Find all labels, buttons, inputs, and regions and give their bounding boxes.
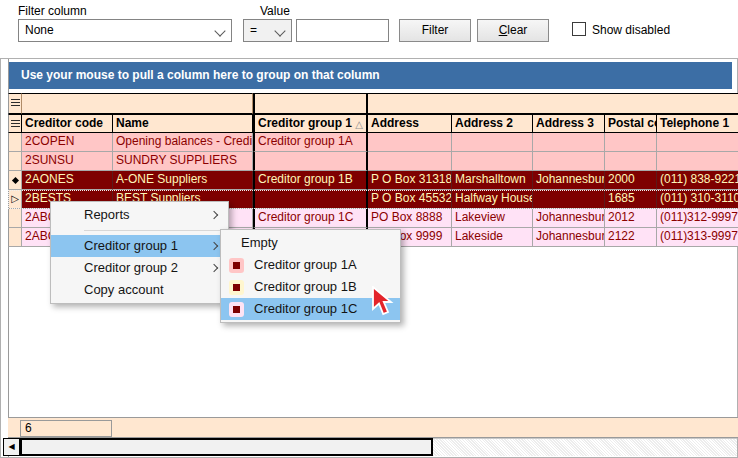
column-header[interactable]: Address 3 — [533, 114, 605, 133]
current-row-icon: ▷ — [11, 193, 19, 204]
show-disabled-label: Show disabled — [592, 23, 670, 37]
table-row[interactable]: 2SUNSUSUNDRY SUPPLIERS — [8, 152, 738, 171]
row-indicator-cell — [8, 133, 22, 152]
filter-button[interactable]: Filter — [399, 19, 471, 42]
value-input[interactable] — [296, 19, 389, 42]
table-cell: Halfway House — [452, 190, 533, 209]
table-cell — [368, 133, 452, 152]
table-cell: A-ONE Suppliers — [113, 171, 253, 190]
table-cell: (011) 310-3110 — [657, 190, 738, 209]
table-cell: P O Box 45532 — [368, 190, 452, 209]
submenu-arrow-icon — [210, 211, 218, 219]
submenu-item[interactable]: Creditor group 1A — [221, 254, 400, 276]
table-row[interactable]: 2AONESA-ONE SuppliersCreditor group 1BP … — [8, 171, 738, 190]
table-cell: Lakeside — [452, 228, 533, 247]
context-menu: ReportsCreditor group 1Creditor group 2C… — [50, 201, 229, 304]
creditor-group-icon — [229, 302, 244, 317]
table-cell: 1685 — [605, 190, 657, 209]
table-cell: Creditor group 1B — [253, 171, 368, 190]
scrollbar-track[interactable] — [433, 438, 737, 456]
filter-column-label: Filter column — [18, 4, 87, 18]
row-indicator-cell — [8, 209, 22, 228]
clear-button[interactable]: Clear — [477, 19, 549, 42]
operator-dropdown[interactable]: = — [243, 19, 292, 42]
column-header[interactable]: Creditor group 1△ — [253, 114, 368, 133]
scrollbar-thumb[interactable] — [20, 438, 433, 456]
table-cell: SUNDRY SUPPLIERS — [113, 152, 253, 171]
column-header[interactable]: Telephone 1 — [657, 114, 738, 133]
table-cell: PO Box 8888 — [368, 209, 452, 228]
table-cell: (011) 838-9221 — [657, 171, 738, 190]
column-header[interactable]: Address — [368, 114, 452, 133]
column-header[interactable]: Creditor code — [22, 114, 113, 133]
grid-corner-cell[interactable] — [8, 93, 22, 114]
table-cell: 2SUNSU — [22, 152, 113, 171]
row-indicator-cell: ▷ — [8, 190, 22, 209]
column-header[interactable]: Address 2 — [452, 114, 533, 133]
table-cell: Johannesburg — [533, 171, 605, 190]
table-cell: (011)312-9997 — [657, 209, 738, 228]
record-count: 6 — [20, 420, 112, 437]
table-cell: 2AONES — [22, 171, 113, 190]
table-cell: 2000 — [605, 171, 657, 190]
row-indicator-cell — [8, 171, 22, 190]
table-cell — [253, 190, 368, 209]
show-disabled-checkbox[interactable] — [572, 22, 586, 36]
menu-item[interactable]: Creditor group 2 — [51, 257, 228, 279]
table-row[interactable]: 2COPENOpening balances - CreditorCredito… — [8, 133, 738, 152]
filter-column-value: None — [25, 23, 54, 37]
creditors-window: Filter column None = Value Filter Clear … — [0, 0, 738, 458]
table-cell: Creditor group 1C — [253, 209, 368, 228]
submenu-item[interactable]: Empty — [221, 232, 400, 254]
row-indicator-cell — [8, 152, 22, 171]
table-cell: Marshalltown — [452, 171, 533, 190]
grid-corner-cell[interactable] — [8, 114, 22, 133]
table-cell: Opening balances - Creditor — [113, 133, 253, 152]
group-band-cell — [368, 93, 738, 114]
group-band-cell — [22, 93, 253, 114]
table-cell — [533, 190, 605, 209]
table-cell: Lakeview — [452, 209, 533, 228]
operator-value: = — [250, 23, 257, 37]
header-row: Creditor codeNameCreditor group 1△Addres… — [8, 114, 738, 133]
group-band-row — [8, 93, 738, 114]
table-cell — [452, 133, 533, 152]
mouse-cursor-icon — [370, 286, 396, 320]
table-cell — [533, 133, 605, 152]
table-cell: (011)313-9997 — [657, 228, 738, 247]
table-cell: 2COPEN — [22, 133, 113, 152]
table-cell — [368, 152, 452, 171]
horizontal-scrollbar[interactable]: ◀ — [3, 438, 737, 456]
menu-item[interactable]: Copy account — [51, 279, 228, 301]
chevron-down-icon — [214, 25, 225, 36]
scroll-left-button[interactable]: ◀ — [3, 438, 20, 456]
grid-footer: 6 — [8, 417, 738, 438]
table-cell: P O Box 31318 — [368, 171, 452, 190]
chevron-down-icon — [274, 25, 285, 36]
grid-menu-icon[interactable] — [11, 99, 20, 108]
table-cell — [657, 152, 738, 171]
table-cell: 2012 — [605, 209, 657, 228]
menu-item[interactable]: Reports — [51, 204, 228, 226]
table-cell — [533, 152, 605, 171]
table-cell: Johannesburg — [533, 209, 605, 228]
table-cell — [657, 133, 738, 152]
group-by-band[interactable]: Use your mouse to pull a column here to … — [9, 62, 732, 89]
group-band-cell — [253, 93, 368, 114]
selected-row-icon — [11, 177, 18, 184]
grid-menu-icon[interactable] — [11, 120, 20, 129]
filter-column-dropdown[interactable]: None — [18, 19, 232, 42]
menu-separator — [84, 230, 225, 231]
submenu-arrow-icon — [210, 242, 218, 250]
table-cell: Creditor group 1A — [253, 133, 368, 152]
table-cell: 2122 — [605, 228, 657, 247]
column-header[interactable]: Name — [113, 114, 253, 133]
menu-item[interactable]: Creditor group 1 — [51, 235, 228, 257]
sort-asc-icon: △ — [355, 116, 363, 133]
column-header[interactable]: Postal code — [605, 114, 657, 133]
table-cell: Johannesburg — [533, 228, 605, 247]
table-cell — [605, 133, 657, 152]
row-indicator-cell — [8, 228, 22, 247]
table-cell — [253, 152, 368, 171]
creditor-group-icon — [229, 258, 244, 273]
